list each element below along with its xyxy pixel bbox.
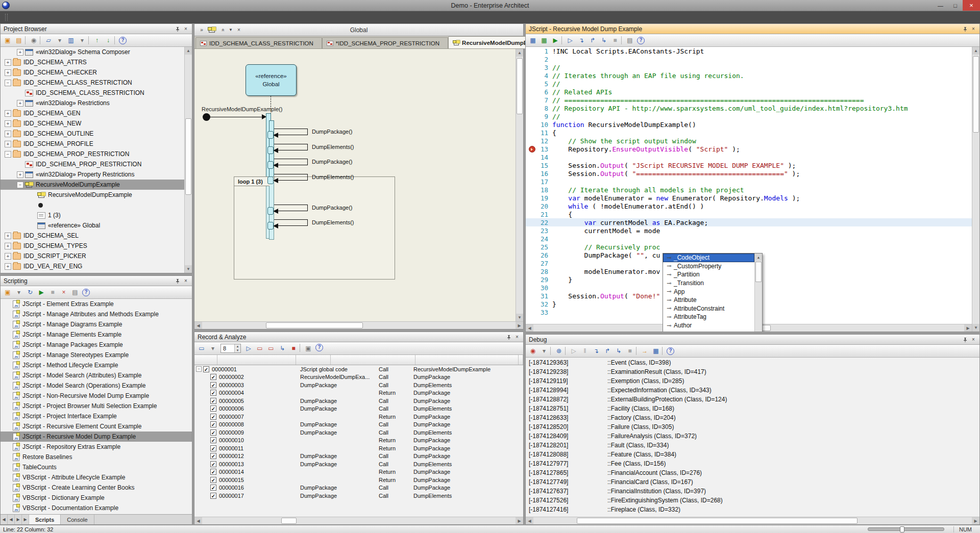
step-out-icon[interactable]: ↳ xyxy=(599,36,609,45)
debug-row[interactable]: [-1874129119] ::Exemption (Class, ID=285… xyxy=(526,376,979,386)
toolbar-icon[interactable] xyxy=(88,36,91,44)
dropdown-icon[interactable]: ▼ xyxy=(227,27,235,34)
step-out-icon[interactable]: ↳ xyxy=(614,346,624,356)
dropdown-icon[interactable]: ▾ xyxy=(14,288,24,297)
tree-item[interactable]: + «win32Dialog» Restrictions xyxy=(1,98,192,108)
record-mode-icon[interactable]: ▭ xyxy=(197,344,207,353)
tree-item[interactable]: «reference» Global xyxy=(1,220,192,231)
tree-expander-icon[interactable]: − xyxy=(17,182,23,188)
expand-icon[interactable]: » xyxy=(198,27,206,34)
row-checkbox[interactable] xyxy=(210,398,216,404)
diagram-tab[interactable]: IDD_SCHEMA_CLASS_RESTRICTION xyxy=(195,37,322,48)
refresh-icon[interactable]: ↻ xyxy=(25,288,35,297)
tree-expander-icon[interactable]: + xyxy=(17,100,23,107)
script-list-item[interactable]: VBScript - Attribute Lifecycle Example xyxy=(1,472,192,483)
tab-last-icon[interactable]: ▶ xyxy=(22,515,29,524)
delete-icon[interactable]: × xyxy=(59,288,69,297)
tree-expander-icon[interactable] xyxy=(29,192,36,198)
row-checkbox[interactable] xyxy=(210,477,216,483)
script-list-item[interactable]: VBScript - Documentation Example xyxy=(1,503,192,513)
move-up-icon[interactable]: ↑ xyxy=(92,36,102,45)
row-expander-icon[interactable] xyxy=(196,493,202,498)
copy-icon[interactable]: ▣ xyxy=(303,344,313,353)
step-into-icon[interactable]: ↴ xyxy=(576,36,586,45)
autocomplete-item[interactable]: ⊸ _CustomProperty xyxy=(663,262,754,271)
tree-item[interactable]: − IDD_SCHEMA_PROP_RESTRICTION xyxy=(1,149,192,159)
autocomplete-item[interactable]: ⊸ App xyxy=(663,287,754,296)
tree-item[interactable]: + IDD_SCHEMA_PROFILE xyxy=(1,139,192,149)
script-list-item[interactable]: JScript - Manage Stereotypes Example xyxy=(1,350,192,360)
row-expander-icon[interactable] xyxy=(196,414,202,419)
code-line[interactable]: 15 Session.Output( "JScript RECURSIVE MO… xyxy=(526,161,979,169)
close-button[interactable]: × xyxy=(963,0,980,11)
code-line[interactable]: 6// Related APIs xyxy=(526,88,979,96)
run-script-icon[interactable]: ▶ xyxy=(550,36,560,45)
tree-item[interactable]: − IDD_SCHEMA_CLASS_RESTRICTION xyxy=(1,78,192,88)
new-package-icon[interactable]: ▣ xyxy=(3,36,13,45)
autocomplete-item[interactable]: ⊸ _CodeObject xyxy=(663,253,754,262)
script-list-item[interactable]: JScript - Manage Elements Example xyxy=(1,329,192,340)
debug-row[interactable]: [-1874128409] ::FailureAnalysis (Class, … xyxy=(526,432,979,441)
row-expander-icon[interactable] xyxy=(196,406,202,412)
tree-item[interactable]: 1 (3) xyxy=(1,210,192,220)
start-node[interactable] xyxy=(203,113,210,121)
pin-icon[interactable] xyxy=(174,277,182,285)
record-row[interactable]: 00000017 DumpPackage Call DumpElements xyxy=(194,492,523,500)
autocomplete-item[interactable]: ⊸ Attribute xyxy=(663,296,754,304)
slider-thumb[interactable] xyxy=(900,526,904,532)
row-expander-icon[interactable] xyxy=(196,374,202,380)
dropdown-icon[interactable]: ▾ xyxy=(55,36,65,45)
toolbar-icon[interactable] xyxy=(662,347,665,355)
code-line[interactable]: 9// xyxy=(526,112,979,120)
autocomplete-item[interactable]: ⊸ Author xyxy=(663,321,754,330)
tree-expander-icon[interactable] xyxy=(17,90,23,96)
dropdown-icon[interactable]: ▾ xyxy=(208,344,218,353)
tree-expander-icon[interactable]: − xyxy=(5,80,11,86)
settings-icon[interactable]: ⊛ xyxy=(554,346,564,356)
tree-expander-icon[interactable]: + xyxy=(5,141,11,147)
script-list-item[interactable]: JScript - Model Search (Operations) Exam… xyxy=(1,380,192,391)
debug-row[interactable]: [-1874129363] ::Event (Class, ID=398) xyxy=(526,358,979,367)
tree-expander-icon[interactable]: + xyxy=(5,253,11,260)
script-list-item[interactable]: JScript - Repository Extras Example xyxy=(1,442,192,452)
tree-expander-icon[interactable]: + xyxy=(17,171,23,178)
tree-expander-icon[interactable]: + xyxy=(5,263,11,270)
tree-item[interactable] xyxy=(1,200,192,210)
close-icon[interactable]: × xyxy=(235,27,243,34)
toolbar-icon[interactable] xyxy=(25,36,28,44)
lifeline-head[interactable]: «reference» Global xyxy=(246,64,297,96)
code-line[interactable]: 22 var currentModel as EA.Package; xyxy=(526,218,979,226)
autocomplete-item[interactable]: ⊸ _Transition xyxy=(663,279,754,288)
tree-item[interactable]: + IDD_VEA_REV_ENG xyxy=(1,261,192,271)
document-icon[interactable]: ▤ xyxy=(625,36,635,45)
debug-row[interactable]: [-1874128201] ::Fault (Class, ID=334) xyxy=(526,441,979,450)
toolbar-icon[interactable] xyxy=(565,347,568,355)
edit-icon[interactable]: ▱ xyxy=(43,36,54,45)
tree-item[interactable]: + «win32Dialog» Property Restrictions xyxy=(1,169,192,180)
save-icon[interactable]: ▦ xyxy=(651,346,661,356)
stop-icon[interactable]: ■ xyxy=(288,344,299,353)
record-row[interactable]: 00000015 Return DumpPackage xyxy=(194,476,523,484)
code-line[interactable]: 3// xyxy=(526,63,979,71)
script-list-item[interactable]: VBScript - Create Learning Center Books xyxy=(1,483,192,493)
tree-item[interactable]: IDD_SCHEMA_PROP_RESTRICTION xyxy=(1,159,192,169)
row-checkbox[interactable] xyxy=(210,421,216,427)
debug-row[interactable]: [-1874128872] ::ExternalBuildingProtecti… xyxy=(526,395,979,404)
tree-item[interactable]: + IDD_SCHEMA_TYPES xyxy=(1,241,192,251)
tree-item[interactable]: + IDD_SCHEMA_SEL xyxy=(1,231,192,241)
debug-row[interactable]: [-1874128994] ::ExpectedInformation (Cla… xyxy=(526,386,979,395)
maximize-button[interactable]: □ xyxy=(948,0,963,11)
diagram-vscrollbar[interactable]: ▲▼ xyxy=(516,49,523,321)
collapse-icon[interactable]: » xyxy=(219,26,226,34)
record-row[interactable]: 00000001 JScript global code Call Recurs… xyxy=(194,365,523,373)
stop-icon[interactable]: ■ xyxy=(610,36,620,45)
code-line[interactable]: 16 Session.Output( "====================… xyxy=(526,169,979,177)
debug-row[interactable]: [-1874129238] ::ExaminationResult (Class… xyxy=(526,367,979,376)
scrollbar-thumb[interactable] xyxy=(281,518,297,524)
tree-expander-icon[interactable]: + xyxy=(5,110,11,117)
script-list-item[interactable]: JScript - Manage Diagrams Example xyxy=(1,319,192,329)
row-checkbox[interactable] xyxy=(210,437,216,443)
column-header[interactable] xyxy=(519,355,523,365)
script-list-item[interactable]: JScript - Manage Attributes and Methods … xyxy=(1,309,192,319)
toolbar-icon[interactable] xyxy=(40,36,42,44)
